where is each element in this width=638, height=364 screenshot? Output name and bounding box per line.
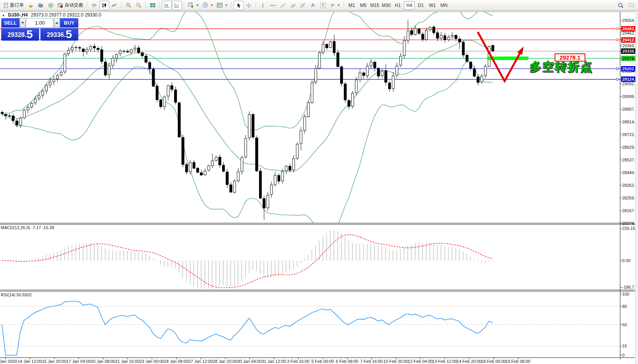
zoom-out-icon [136,2,141,8]
timeframe-button-d1[interactable]: D1 [415,1,426,10]
timeframe-button-m1[interactable]: M1 [346,1,357,10]
vertical-scrollbar[interactable] [635,11,638,364]
timeframe-button-mn[interactable]: MN [439,1,449,10]
rsi-axis-tick: 80 [622,304,627,309]
navigator-icon [38,3,44,8]
one-click-trade-panel: SELL BUY 29328.5 29336.5 [1,18,78,41]
vertical-line-tool-button[interactable] [258,1,268,10]
buy-button[interactable]: BUY [60,18,78,28]
timeframe-button-w1[interactable]: W1 [427,1,438,10]
rsi-axis-tick: 100 [622,292,629,297]
time-axis-label: 19 Feb 08:00 [500,359,537,364]
macd-axis-tick: -186.7 [622,285,634,290]
zoom-in-button[interactable] [123,1,133,10]
horizontal-line-tool-button[interactable] [268,1,278,10]
add-indicator-button[interactable] [186,1,201,10]
text-label-icon: T [320,3,326,8]
spinner-up-icon [55,22,58,24]
fibonacci-icon [300,3,306,8]
buy-price-big-digit: 5 [66,28,72,40]
chart-shift-icon [174,3,180,8]
sell-price-int: 29328. [8,30,27,40]
timeframe-button-m5[interactable]: M5 [358,1,369,10]
candlestick-chart-button[interactable] [99,1,109,10]
rsi-indicator-label: RSI(14) 50.6502 [1,293,32,297]
auto-trading-label: 自动交易 [65,2,83,8]
rsi-axis-tick: 0 [622,353,625,358]
crosshair-icon [246,3,251,8]
auto-scroll-icon [164,3,170,8]
market-watch-button[interactable] [26,1,36,10]
text-tool-button[interactable]: A [308,1,318,10]
line-chart-icon [111,3,117,8]
cursor-icon [236,3,241,8]
templates-icon [217,3,223,8]
timeframe-button-m15[interactable]: M15 [369,1,380,10]
chart-symbol-timeframe: DJ30-,H4 [8,12,28,18]
sell-price-display[interactable]: 29328.5 [1,28,39,41]
timeframe-button-h4[interactable]: H4 [404,1,415,10]
arrows-tool-button[interactable] [328,1,342,10]
zoom-out-button[interactable] [133,1,143,10]
text-label-tool-button[interactable]: T [318,1,328,10]
macd-axis-tick: 0.00 [622,258,630,263]
toolbar-separator [145,2,146,9]
volume-decrease-button[interactable] [20,18,26,28]
chart-window: ▲ DJ30-,H4 29373.0 29377.0 29322.0 29330… [0,11,638,364]
auto-trading-button[interactable]: 自动交易 [56,1,85,10]
dropdown-arrow-icon [196,5,199,6]
toolbar-separator [256,2,256,9]
equidistant-channel-icon [290,3,296,8]
sell-price-big-digit: 5 [27,28,33,40]
sell-button[interactable]: SELL [1,18,20,28]
periods-button[interactable] [201,1,215,10]
chart-title: ▲ DJ30-,H4 29373.0 29377.0 29322.0 29330… [2,12,101,18]
toolbar-separator [87,2,87,9]
signal-button[interactable] [46,1,56,10]
crosshair-button[interactable] [244,1,254,10]
toolbar: 新订单 自动交易 [0,0,638,11]
new-order-label: 新订单 [10,2,24,8]
zoom-in-icon [126,2,131,8]
chat-button[interactable] [626,1,636,10]
periods-clock-icon [203,2,208,8]
turning-point-note[interactable]: 多空转折点 [530,59,593,75]
volume-increase-button[interactable] [54,18,60,28]
vertical-line-icon [261,3,265,8]
rsi-axis-tick: 15 [622,344,627,349]
dropdown-arrow-icon [337,5,340,6]
market-watch-icon [28,3,34,8]
navigator-button[interactable] [36,1,46,10]
auto-scroll-button[interactable] [162,1,172,10]
timeframe-button-h1[interactable]: H1 [392,1,403,10]
rsi-axis-tick: 50 [622,322,627,327]
buy-price-display[interactable]: 29336.5 [40,28,78,41]
timeframe-group: M1M5M15M30H1H4D1W1MN [346,1,450,10]
dropdown-arrow-icon [211,5,213,6]
fibonacci-tool-button[interactable] [298,1,308,10]
trendline-icon [280,3,286,8]
macd-indicator-label: MACD(12,26,9) -7.17 -15.39 [1,225,54,230]
tile-windows-button[interactable] [148,1,158,10]
bar-chart-button[interactable] [89,1,99,10]
trendline-tool-button[interactable] [278,1,288,10]
channel-tool-button[interactable] [288,1,298,10]
volume-input[interactable] [26,18,54,28]
auto-trading-icon [58,3,63,8]
line-chart-button[interactable] [109,1,119,10]
timeframe-button-m30[interactable]: M30 [381,1,392,10]
templates-button[interactable] [215,1,229,10]
arrows-icon [330,3,335,8]
chat-icon [628,2,635,8]
search-button[interactable] [616,1,626,10]
add-indicator-icon [188,2,194,8]
signal-icon [48,3,54,8]
horizontal-line-icon [270,3,276,7]
toolbar-separator [184,2,184,9]
macd-axis-tick: 226.15 [622,226,635,231]
chart-shift-button[interactable] [172,1,182,10]
new-order-button[interactable]: 新订单 [2,1,26,10]
bar-chart-icon [91,3,97,8]
cursor-button[interactable] [234,1,244,10]
chart-symbol-icon: ▲ [2,13,5,17]
